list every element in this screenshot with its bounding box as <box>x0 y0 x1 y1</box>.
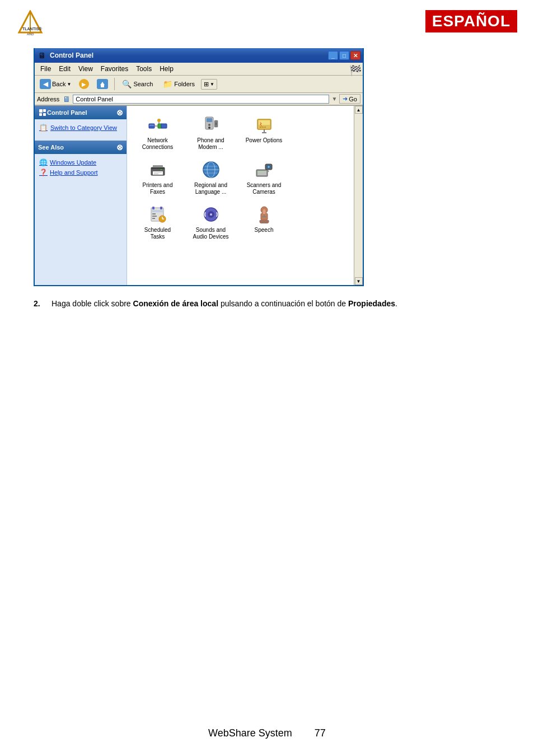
scanners-cameras-icon-item[interactable]: Scanners andCameras <box>240 157 288 198</box>
control-panel-section-content: 📋 Switch to Category View <box>35 119 127 136</box>
forward-button[interactable]: ▶ <box>76 77 92 91</box>
scanners-cameras-label: Scanners andCameras <box>247 182 282 195</box>
help-support-link[interactable]: ❓ Help and Support <box>39 167 122 178</box>
scroll-down-arrow[interactable]: ▼ <box>355 277 363 285</box>
svg-rect-52 <box>151 210 163 212</box>
windows-flag-icon: 🏁 <box>349 64 360 73</box>
menu-file[interactable]: File <box>37 64 54 74</box>
maximize-button[interactable]: □ <box>339 51 349 60</box>
svg-rect-64 <box>263 209 266 214</box>
sounds-audio-icon-item[interactable]: Sounds andAudio Devices <box>187 202 235 242</box>
go-button[interactable]: ➜ Go <box>339 94 360 104</box>
page-header: TLANTIS® AND ESPAÑOL <box>0 0 534 43</box>
instruction-text: Haga doble click sobre Conexión de área … <box>51 297 397 310</box>
svg-rect-9 <box>149 124 154 128</box>
section-title-left: Control Panel <box>38 108 87 117</box>
go-label: Go <box>349 96 357 102</box>
address-panel-icon: 🖥 <box>63 95 71 104</box>
switch-view-label: Switch to Category View <box>50 124 117 131</box>
folders-button[interactable]: 📁 Folders <box>159 78 199 90</box>
search-label: Search <box>133 81 153 87</box>
menu-favorites[interactable]: Favorites <box>97 64 132 74</box>
up-button[interactable] <box>94 77 111 91</box>
control-panel-section-title: Control Panel <box>47 109 87 116</box>
address-dropdown-icon[interactable]: ▼ <box>331 96 337 102</box>
address-input[interactable] <box>73 95 329 104</box>
svg-rect-4 <box>101 85 104 87</box>
menu-help[interactable]: Help <box>156 64 177 74</box>
atlantis-logo-icon: TLANTIS® AND <box>17 10 44 37</box>
see-also-title: See Also <box>38 144 64 151</box>
printers-faxes-icon-item[interactable]: Printers andFaxes <box>134 157 181 198</box>
scanners-cameras-icon <box>254 160 274 180</box>
scheduled-tasks-icon-item[interactable]: ScheduledTasks <box>134 202 181 242</box>
sounds-audio-label: Sounds andAudio Devices <box>193 227 229 240</box>
regional-language-label: Regional andLanguage ... <box>194 182 227 195</box>
menu-bar: File Edit View Favorites Tools Help 🏁 <box>35 63 363 76</box>
menu-edit[interactable]: Edit <box>55 64 74 74</box>
window-controls[interactable]: _ □ ✕ <box>328 51 360 60</box>
scrollbar[interactable]: ▲ ▼ <box>354 106 363 285</box>
instruction-bold-2: Propiedades <box>348 299 395 308</box>
scheduled-tasks-label: ScheduledTasks <box>144 227 171 240</box>
speech-icon-item[interactable]: Speech <box>240 202 288 242</box>
forward-icon: ▶ <box>79 79 89 89</box>
svg-rect-6 <box>43 109 46 112</box>
svg-rect-25 <box>260 127 261 128</box>
left-panel: Control Panel ⊗ 📋 Switch to Category Vie… <box>35 106 127 285</box>
windows-update-link[interactable]: 🌐 Windows Update <box>39 157 122 167</box>
svg-rect-27 <box>264 127 266 128</box>
language-badge: ESPAÑOL <box>425 10 517 32</box>
svg-rect-33 <box>154 172 162 173</box>
minimize-button[interactable]: _ <box>328 51 338 60</box>
svg-rect-50 <box>152 207 154 209</box>
window-titlebar: 🖥 Control Panel _ □ ✕ <box>35 48 363 63</box>
windows-update-icon: 🌐 <box>39 158 48 166</box>
svg-text:TLANTIS®: TLANTIS® <box>22 27 43 31</box>
toolbar: ◀ Back ▼ ▶ 🔍 Search 📁 Folders ⊞ ▼ <box>35 76 363 93</box>
svg-rect-10 <box>149 125 154 125</box>
switch-view-link[interactable]: 📋 Switch to Category View <box>39 123 122 133</box>
search-button[interactable]: 🔍 Search <box>118 78 157 90</box>
menu-tools[interactable]: Tools <box>133 64 155 74</box>
regional-language-icon-item[interactable]: Regional andLanguage ... <box>187 157 235 198</box>
svg-rect-54 <box>152 216 157 217</box>
svg-rect-18 <box>207 118 212 122</box>
go-arrow-icon: ➜ <box>343 95 348 102</box>
section-collapse-icon[interactable]: ⊗ <box>116 108 123 117</box>
back-button[interactable]: ◀ Back ▼ <box>37 77 74 91</box>
back-dropdown-icon[interactable]: ▼ <box>67 82 71 87</box>
control-panel-section-header[interactable]: Control Panel ⊗ <box>35 106 127 119</box>
phone-modem-icon-item[interactable]: Phone andModem ... <box>187 113 235 153</box>
close-button[interactable]: ✕ <box>350 51 360 60</box>
views-button[interactable]: ⊞ ▼ <box>201 79 217 90</box>
svg-rect-8 <box>43 113 46 116</box>
see-also-content: 🌐 Windows Update ❓ Help and Support <box>35 154 127 181</box>
see-also-section-header[interactable]: See Also ⊗ <box>35 141 127 154</box>
scroll-track[interactable] <box>355 114 363 277</box>
svg-point-20 <box>208 127 210 129</box>
svg-rect-51 <box>160 207 162 209</box>
power-options-label: Power Options <box>246 137 283 144</box>
sounds-audio-icon <box>201 204 221 225</box>
toolbar-separator-1 <box>114 78 115 90</box>
svg-text:AND: AND <box>27 32 34 36</box>
icons-grid: NetworkConnections Phone <box>132 110 358 245</box>
back-icon: ◀ <box>40 79 51 89</box>
window-content: Control Panel ⊗ 📋 Switch to Category Vie… <box>35 106 363 285</box>
regional-language-icon <box>201 160 221 180</box>
see-also-section: See Also ⊗ 🌐 Windows Update ❓ Help and S… <box>35 141 127 181</box>
folders-icon: 📁 <box>163 80 172 88</box>
svg-point-19 <box>208 124 210 126</box>
power-options-icon-item[interactable]: Power Options <box>240 113 288 153</box>
see-also-collapse-icon[interactable]: ⊗ <box>116 143 123 152</box>
instruction-text-middle: pulsando a continuación el botón de <box>218 299 348 308</box>
scroll-up-arrow[interactable]: ▲ <box>355 106 363 114</box>
network-connections-icon-item[interactable]: NetworkConnections <box>134 113 181 153</box>
menu-view[interactable]: View <box>75 64 96 74</box>
window-title: Control Panel <box>50 52 93 59</box>
help-support-label: Help and Support <box>50 169 98 176</box>
page-footer: WebShare System 77 <box>0 727 534 739</box>
window-icon: 🖥 <box>38 51 47 60</box>
speech-label: Speech <box>255 227 274 234</box>
